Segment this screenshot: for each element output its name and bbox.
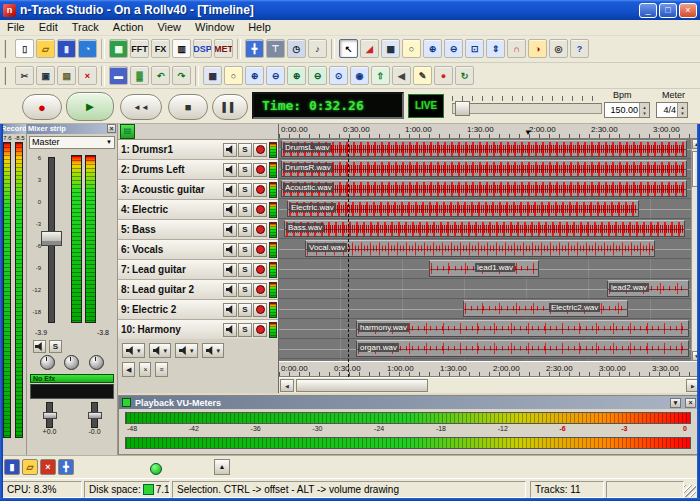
timeline-track-lane[interactable]: Acoustic.wav (279, 179, 691, 199)
track-mute-button[interactable] (223, 283, 237, 297)
effects-list-box[interactable] (30, 384, 114, 399)
track-record-button[interactable] (253, 163, 267, 177)
track-solo-button[interactable]: S (238, 203, 252, 217)
magnet-snap-icon[interactable]: ∩ (507, 39, 526, 58)
redo-icon[interactable]: ↷ (172, 66, 191, 85)
volume-draw-icon[interactable]: ◢ (360, 39, 379, 58)
aux-fader-1[interactable] (46, 402, 53, 428)
open-project-icon[interactable]: ▱ (22, 459, 38, 475)
track-mute-button[interactable] (223, 303, 237, 317)
zoom-in-icon[interactable]: ⊕ (423, 39, 442, 58)
timeline-track-lane[interactable]: lead1.wav (279, 259, 691, 279)
track-row[interactable]: 6:VocalsS (118, 240, 278, 260)
audio-clip[interactable]: Electric.wav (287, 200, 639, 217)
zoom-out-icon[interactable]: ⊖ (444, 39, 463, 58)
help-icon[interactable]: ? (570, 39, 589, 58)
scroll-right-icon[interactable]: ▶ (686, 379, 700, 392)
track-solo-button[interactable]: S (238, 183, 252, 197)
bpm-input[interactable]: 150.00 ▴ ▾ (604, 102, 650, 118)
timeline-track-lane[interactable]: Electric2.wav (279, 299, 691, 319)
track-record-button[interactable] (253, 303, 267, 317)
minimize-button[interactable]: _ (639, 3, 657, 18)
track-record-button[interactable] (253, 143, 267, 157)
track-name[interactable]: Vocals (132, 244, 222, 255)
effects-window-icon[interactable]: FX (151, 39, 170, 58)
horizontal-scroll-thumb[interactable] (296, 379, 428, 392)
zoom-back-icon[interactable]: ◉ (350, 66, 369, 85)
track-group-c-output-button[interactable]: ▾ (175, 343, 198, 358)
timeline-clips[interactable]: DrumsL.wavDrumsR.wavAcoustic.wavElectric… (279, 139, 700, 361)
track-list-menu-button[interactable]: ▤ (120, 124, 135, 139)
track-name[interactable]: Lead guitar (132, 264, 222, 275)
zoom-full-icon[interactable]: ⊙ (329, 66, 348, 85)
pause-button[interactable]: ▌▌ (212, 94, 248, 120)
scroll-down-icon[interactable]: ▼ (692, 351, 700, 361)
grid-snap-icon[interactable]: ▦ (381, 39, 400, 58)
track-row[interactable]: 3:Acoustic guitarS (118, 180, 278, 200)
audio-clip[interactable]: lead1.wav (429, 260, 539, 277)
paste-icon[interactable]: ▤ (57, 66, 76, 85)
audio-clip[interactable]: DrumsL.wav (281, 140, 687, 157)
auto-scroll-icon[interactable]: ⇧ (371, 66, 390, 85)
timeline-horizontal-scrollbar[interactable]: ◀ ▶ (279, 377, 700, 393)
monitor-button[interactable]: ◀ (122, 362, 135, 377)
open-folder-icon[interactable]: ▱ (36, 39, 55, 58)
track-row[interactable]: 7:Lead guitarS (118, 260, 278, 280)
audio-clip[interactable]: harmony.wav (356, 320, 689, 337)
zoom-wave-out-icon[interactable]: ⊖ (266, 66, 285, 85)
zoom-vertical-icon[interactable]: ⇕ (486, 39, 505, 58)
track-mute-button[interactable] (223, 163, 237, 177)
track-mute-button[interactable] (223, 183, 237, 197)
return-knob[interactable] (89, 355, 104, 370)
panel-up-button[interactable]: ▲ (214, 459, 230, 475)
mixdown-icon[interactable]: ▬ (109, 66, 128, 85)
dsp-effects-icon[interactable]: DSP (193, 39, 212, 58)
track-record-button[interactable] (253, 183, 267, 197)
vu-minimize-button[interactable]: ▾ (670, 398, 681, 408)
timeline-track-lane[interactable]: lead2.wav (279, 279, 691, 299)
aux-fader-2-thumb[interactable] (88, 412, 102, 419)
track-record-button[interactable] (253, 323, 267, 337)
delete-icon[interactable]: × (78, 66, 97, 85)
aux-fader-2[interactable] (91, 402, 98, 428)
spinner-down-icon[interactable]: ▾ (681, 110, 684, 116)
track-record-button[interactable] (253, 263, 267, 277)
track-record-button[interactable] (253, 243, 267, 257)
track-row[interactable]: 4:ElectricS (118, 200, 278, 220)
track-name[interactable]: Lead guitar 2 (132, 284, 222, 295)
audio-clip[interactable]: DrumsR.wav (281, 160, 687, 177)
track-name[interactable]: Bass (132, 224, 222, 235)
pencil-draw-icon[interactable]: ✎ (413, 66, 432, 85)
master-solo-button[interactable]: S (49, 340, 62, 353)
track-row[interactable]: 10:HarmonyS (118, 320, 278, 340)
track-mute-button[interactable] (223, 243, 237, 257)
metronome-icon[interactable]: MET (214, 39, 233, 58)
master-mute-button[interactable] (33, 340, 46, 353)
menu-item-view[interactable]: View (150, 20, 188, 35)
audio-clip[interactable]: Vocal.wav (305, 240, 655, 257)
meter-input[interactable]: 4/4 ▴ ▾ (656, 102, 688, 118)
track-group-d-output-button[interactable]: ▾ (202, 343, 225, 358)
list-menu-button[interactable]: ≡ (155, 362, 167, 377)
menu-item-help[interactable]: Help (241, 20, 278, 35)
audio-clip[interactable]: Acoustic.wav (281, 180, 687, 197)
timeline-track-lane[interactable]: DrumsL.wav (279, 139, 691, 159)
track-solo-button[interactable]: S (238, 303, 252, 317)
audio-clip[interactable]: Bass.wav (284, 220, 685, 237)
menu-item-action[interactable]: Action (106, 20, 151, 35)
track-row[interactable]: 1:Drumsr1S (118, 140, 278, 160)
zoom-track-in-icon[interactable]: ⊕ (287, 66, 306, 85)
spinner-down-icon[interactable]: ▾ (643, 110, 646, 116)
vertical-scroll-thumb[interactable] (692, 151, 700, 187)
mixer-strip-close-button[interactable]: × (107, 124, 116, 133)
cut-icon[interactable]: ✂ (15, 66, 34, 85)
maximize-button[interactable]: □ (659, 3, 677, 18)
piano-roll-icon[interactable]: ▥ (172, 39, 191, 58)
track-row[interactable]: 9:Electric 2S (118, 300, 278, 320)
menu-item-edit[interactable]: Edit (32, 20, 65, 35)
menu-item-window[interactable]: Window (188, 20, 241, 35)
timeline-track-lane[interactable]: organ.wav (279, 339, 691, 359)
punch-in-icon[interactable]: ● (434, 66, 453, 85)
track-mute-button[interactable] (223, 143, 237, 157)
timeline-ruler-bottom[interactable]: 0:00.000:30.001:00.001:30.002:00.002:30.… (279, 361, 700, 377)
